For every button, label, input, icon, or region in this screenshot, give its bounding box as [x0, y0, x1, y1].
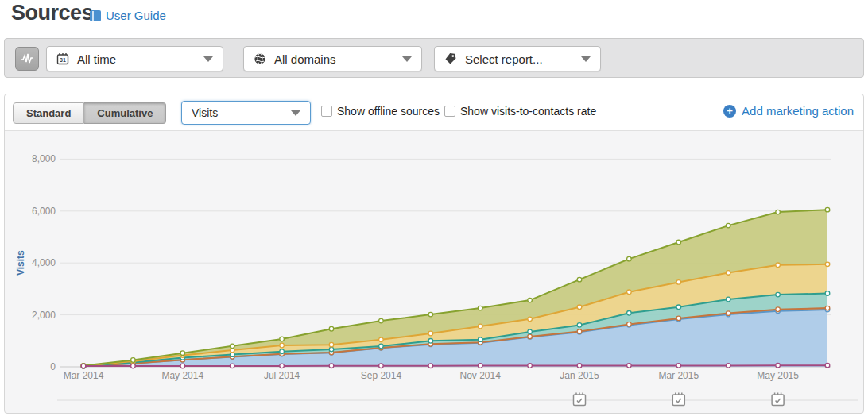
- domain-value: All domains: [274, 52, 394, 66]
- report-dropdown[interactable]: Select report...: [434, 46, 601, 71]
- series-purple-point[interactable]: [379, 364, 384, 368]
- time-range-dropdown[interactable]: 31 All time: [46, 46, 223, 71]
- series-yellow-point[interactable]: [776, 263, 781, 268]
- page-header: Sources User Guide: [0, 0, 868, 35]
- report-value: Select report...: [465, 52, 573, 66]
- series-olive-point[interactable]: [180, 351, 185, 356]
- x-tick-label: Jul 2014: [264, 370, 300, 381]
- book-icon: [90, 10, 101, 21]
- series-yellow-point[interactable]: [676, 280, 681, 285]
- series-olive-point[interactable]: [131, 358, 136, 363]
- series-olive-point[interactable]: [428, 312, 433, 317]
- chart-region: 02,0004,0006,0008,000VisitsMar 2014May 2…: [5, 131, 863, 414]
- series-purple-point[interactable]: [627, 364, 632, 368]
- series-teal-point[interactable]: [329, 347, 334, 352]
- series-olive-point[interactable]: [825, 207, 830, 212]
- marketing-action-calendar-icon[interactable]: [772, 393, 784, 406]
- series-yellow-point[interactable]: [329, 342, 334, 347]
- add-marketing-action-label: Add marketing action: [742, 104, 854, 118]
- series-orange-thin-point[interactable]: [627, 322, 632, 327]
- series-yellow-point[interactable]: [280, 343, 285, 348]
- series-purple-point[interactable]: [528, 364, 533, 368]
- sources-panel: Standard Cumulative Visits Show offline …: [4, 94, 864, 414]
- series-purple-point[interactable]: [825, 363, 830, 368]
- cumulative-mode-button[interactable]: Cumulative: [84, 102, 166, 124]
- series-orange-thin-point[interactable]: [776, 307, 781, 312]
- series-teal-point[interactable]: [478, 337, 482, 342]
- series-yellow-point[interactable]: [577, 305, 582, 310]
- series-olive-point[interactable]: [379, 318, 384, 323]
- y-axis-title: Visits: [15, 250, 26, 276]
- series-yellow-point[interactable]: [379, 337, 384, 342]
- x-tick-label: May 2014: [161, 370, 203, 381]
- chevron-down-icon: [291, 110, 300, 116]
- series-teal-point[interactable]: [280, 349, 285, 354]
- calendar-icon: 31: [56, 52, 69, 65]
- series-teal-point[interactable]: [577, 323, 582, 328]
- series-teal-point[interactable]: [776, 292, 781, 297]
- series-purple-point[interactable]: [230, 364, 234, 368]
- series-purple-point[interactable]: [478, 364, 482, 368]
- plus-circle-icon: +: [723, 105, 736, 118]
- series-orange-thin-point[interactable]: [577, 329, 582, 334]
- series-orange-thin-point[interactable]: [528, 334, 533, 339]
- series-yellow-point[interactable]: [428, 331, 433, 336]
- add-marketing-action-link[interactable]: + Add marketing action: [723, 104, 854, 118]
- series-purple-point[interactable]: [726, 364, 730, 368]
- series-orange-thin-point[interactable]: [726, 311, 730, 316]
- series-purple-point[interactable]: [577, 364, 582, 368]
- series-olive-point[interactable]: [478, 306, 482, 310]
- series-orange-thin-point[interactable]: [676, 316, 681, 321]
- series-olive-point[interactable]: [676, 240, 681, 245]
- series-purple-point[interactable]: [776, 363, 781, 368]
- series-teal-point[interactable]: [230, 353, 234, 357]
- series-yellow-point[interactable]: [726, 271, 730, 276]
- series-olive-point[interactable]: [577, 277, 582, 282]
- series-yellow-point[interactable]: [478, 324, 482, 329]
- series-purple-point[interactable]: [280, 364, 285, 368]
- series-olive-point[interactable]: [627, 256, 632, 261]
- series-yellow-point[interactable]: [528, 317, 533, 322]
- series-purple-point[interactable]: [428, 364, 433, 368]
- show-offline-sources-checkbox[interactable]: [321, 106, 332, 117]
- series-yellow-point[interactable]: [825, 262, 830, 267]
- show-visits-to-contacts-checkbox[interactable]: [444, 106, 455, 117]
- activity-icon: [20, 53, 34, 64]
- show-visits-to-contacts-label: Show visits-to-contacts rate: [460, 105, 596, 118]
- series-purple-line: [83, 365, 827, 366]
- metric-value: Visits: [192, 106, 291, 119]
- series-teal-point[interactable]: [676, 305, 681, 310]
- series-purple-point[interactable]: [180, 364, 185, 368]
- series-orange-thin-point[interactable]: [825, 306, 830, 310]
- metric-dropdown[interactable]: Visits: [181, 101, 311, 125]
- series-teal-point[interactable]: [825, 291, 830, 296]
- user-guide-link[interactable]: User Guide: [90, 9, 166, 22]
- page-title: Sources: [11, 1, 93, 25]
- activity-button[interactable]: [15, 47, 39, 71]
- series-olive-point[interactable]: [726, 223, 730, 228]
- marketing-action-calendar-icon[interactable]: [574, 393, 586, 406]
- marketing-action-calendar-icon[interactable]: [672, 393, 684, 406]
- series-purple-point[interactable]: [676, 364, 681, 368]
- series-teal-point[interactable]: [627, 311, 632, 316]
- y-tick-label: 4,000: [32, 257, 56, 268]
- standard-mode-button[interactable]: Standard: [13, 102, 84, 124]
- series-teal-point[interactable]: [726, 297, 730, 302]
- mode-segmented-control: Standard Cumulative: [13, 102, 166, 124]
- y-tick-label: 2,000: [32, 310, 56, 321]
- series-olive-point[interactable]: [528, 298, 533, 302]
- series-teal-point[interactable]: [428, 339, 433, 344]
- domain-dropdown[interactable]: All domains: [243, 46, 422, 71]
- y-tick-label: 0: [50, 361, 56, 372]
- series-purple-point[interactable]: [131, 364, 136, 368]
- series-olive-point[interactable]: [776, 210, 781, 214]
- series-olive-point[interactable]: [230, 344, 234, 349]
- series-purple-point[interactable]: [81, 364, 86, 368]
- series-olive-point[interactable]: [280, 337, 285, 341]
- series-olive-point[interactable]: [329, 326, 334, 331]
- user-guide-label: User Guide: [106, 9, 166, 22]
- series-teal-point[interactable]: [528, 329, 533, 334]
- series-purple-point[interactable]: [329, 364, 334, 368]
- series-yellow-point[interactable]: [627, 290, 632, 295]
- series-teal-point[interactable]: [379, 344, 384, 349]
